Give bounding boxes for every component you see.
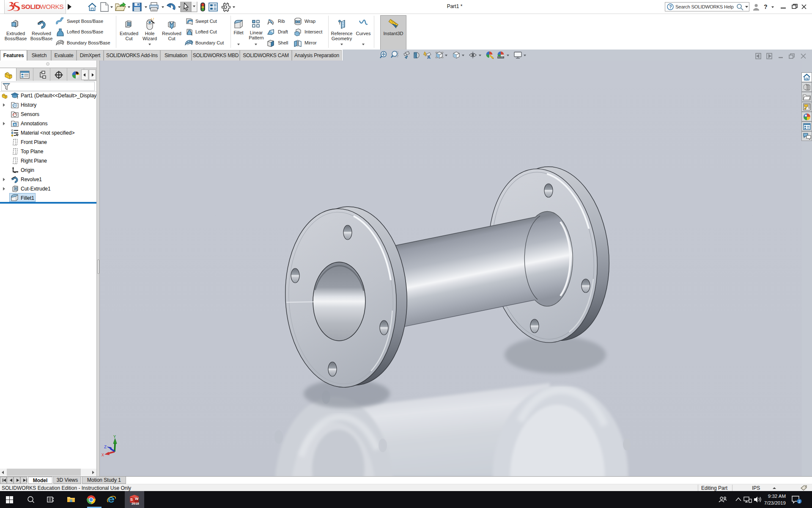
svg-text:2: 2 (798, 500, 801, 504)
svg-text:A: A (14, 123, 16, 127)
svg-text:Search SOLIDWORKS Help: Search SOLIDWORKS Help (675, 4, 733, 9)
svg-text:A: A (427, 55, 431, 60)
svg-text:?: ? (764, 3, 768, 10)
svg-text:Z: Z (104, 445, 107, 450)
svg-text:WORKS: WORKS (40, 3, 63, 10)
svg-text:W: W (135, 497, 139, 501)
svg-text:X: X (102, 453, 104, 458)
svg-text:Y: Y (113, 435, 116, 439)
svg-text:SOLID: SOLID (21, 3, 40, 10)
svg-text:S: S (130, 497, 133, 502)
svg-text:?: ? (669, 4, 672, 9)
svg-text:2018: 2018 (132, 502, 139, 505)
